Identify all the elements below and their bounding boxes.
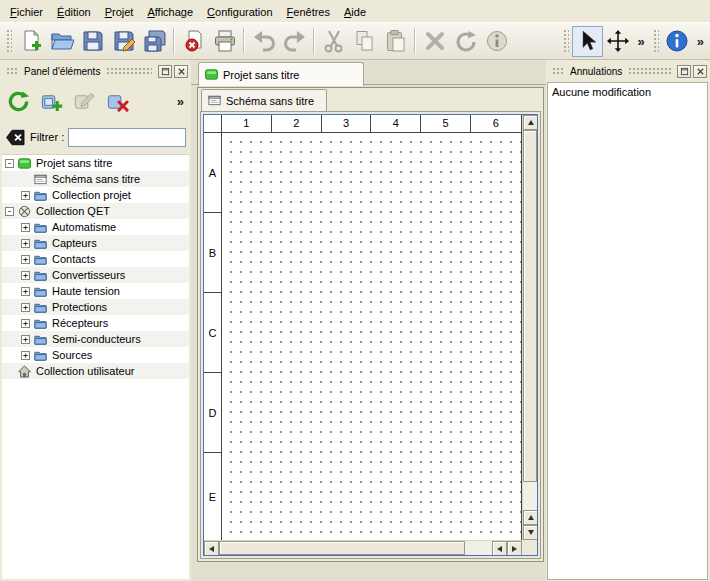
tree-item-collection-utilisateur[interactable]: Collection utilisateur <box>2 363 189 379</box>
float-dock-button[interactable] <box>677 65 691 78</box>
tree-item-semi-conducteurs[interactable]: + Semi-conducteurs <box>2 331 189 347</box>
save-button[interactable] <box>77 26 108 57</box>
ruler-column-label: 5 <box>421 115 471 133</box>
panel-toolbar-overflow-icon[interactable]: » <box>173 94 188 109</box>
tree-item-label: Capteurs <box>52 237 97 249</box>
toolbar-drag-handle[interactable] <box>562 28 569 54</box>
redo-button[interactable] <box>279 26 310 57</box>
open-file-button[interactable] <box>46 26 77 57</box>
undo-button[interactable] <box>248 26 279 57</box>
toolbar-overflow-icon[interactable]: » <box>693 34 708 49</box>
tree-item-haute-tension[interactable]: + Haute tension <box>2 283 189 299</box>
menubar: Fichier Édition Projet Affichage Configu… <box>0 0 710 22</box>
pan-mode-button[interactable] <box>603 26 634 57</box>
expander-icon[interactable]: + <box>21 223 30 232</box>
menu-aide[interactable]: Aide <box>337 2 373 21</box>
scroll-up-button[interactable] <box>523 115 538 130</box>
schema-view[interactable]: 1 2 3 4 5 6 A B C D <box>203 114 538 556</box>
tree-item-project[interactable]: - Projet sans titre <box>2 155 189 171</box>
menu-projet[interactable]: Projet <box>98 2 141 21</box>
tree-item-schema[interactable]: Schéma sans titre <box>2 171 189 187</box>
close-file-button[interactable] <box>178 26 209 57</box>
clear-filter-button[interactable] <box>4 128 26 146</box>
menu-fenetres[interactable]: Fenêtres <box>280 2 337 21</box>
scroll-up-button[interactable] <box>523 510 538 525</box>
menu-configuration[interactable]: Configuration <box>200 2 279 21</box>
expander-icon[interactable]: + <box>21 303 30 312</box>
filter-row: Filtrer : <box>4 126 186 148</box>
delete-element-icon <box>106 90 129 113</box>
undo-dock-titlebar[interactable]: Annulations <box>548 64 707 79</box>
tree-item-convertisseurs[interactable]: + Convertisseurs <box>2 267 189 283</box>
scroll-right-button[interactable] <box>507 541 522 556</box>
toolbar-separator <box>243 28 245 54</box>
selection-mode-button[interactable] <box>572 26 603 57</box>
tree-item-capteurs[interactable]: + Capteurs <box>2 235 189 251</box>
tree-item-contacts[interactable]: + Contacts <box>2 251 189 267</box>
about-button[interactable] <box>662 26 693 57</box>
expander-icon[interactable]: + <box>21 239 30 248</box>
delete-element-button[interactable] <box>102 86 132 116</box>
reload-collections-button[interactable] <box>3 86 33 116</box>
undo-list[interactable]: Aucune modification <box>547 82 708 580</box>
folder-icon <box>34 317 48 330</box>
cut-button[interactable] <box>318 26 349 57</box>
rotate-button[interactable] <box>450 26 481 57</box>
expander-icon[interactable]: - <box>5 159 14 168</box>
vertical-scroll-thumb[interactable] <box>523 130 537 482</box>
tree-item-collection-qet[interactable]: - Collection QET <box>2 203 189 219</box>
expander-icon[interactable]: + <box>21 271 30 280</box>
scroll-down-button[interactable] <box>523 525 538 540</box>
new-element-button[interactable] <box>36 86 66 116</box>
save-all-button[interactable] <box>139 26 170 57</box>
delete-button[interactable] <box>419 26 450 57</box>
new-file-button[interactable] <box>15 26 46 57</box>
save-as-button[interactable] <box>108 26 139 57</box>
schema-grid[interactable] <box>222 133 521 540</box>
about-info-icon <box>665 29 689 53</box>
vertical-scrollbar[interactable] <box>522 115 537 540</box>
tree-item-recepteurs[interactable]: + Récepteurs <box>2 315 189 331</box>
vertical-scroll-track[interactable] <box>523 130 537 510</box>
scroll-left-button[interactable] <box>204 541 219 556</box>
toolbar-drag-handle[interactable] <box>5 28 12 54</box>
tree-item-automatisme[interactable]: + Automatisme <box>2 219 189 235</box>
toolbar-drag-handle[interactable] <box>652 28 659 54</box>
horizontal-scroll-thumb[interactable] <box>219 541 465 555</box>
expander-icon[interactable]: + <box>21 287 30 296</box>
schema-tab-label: Schéma sans titre <box>226 95 314 107</box>
expander-icon[interactable]: + <box>21 351 30 360</box>
close-dock-button[interactable] <box>174 65 188 78</box>
scroll-left-button[interactable] <box>492 541 507 556</box>
menu-fichier[interactable]: Fichier <box>3 2 50 21</box>
conductor-info-button[interactable] <box>481 26 512 57</box>
qelectrotech-window: Fichier Édition Projet Affichage Configu… <box>0 0 710 581</box>
arrow-left-icon <box>497 546 502 552</box>
tab-projet-sans-titre[interactable]: Projet sans titre <box>198 62 364 86</box>
expander-icon[interactable]: + <box>21 335 30 344</box>
horizontal-scrollbar[interactable] <box>204 540 522 555</box>
copy-button[interactable] <box>349 26 380 57</box>
expander-icon[interactable]: - <box>5 207 14 216</box>
folder-icon <box>34 237 48 250</box>
ruler-column-label: 1 <box>222 115 272 133</box>
tab-schema-sans-titre[interactable]: Schéma sans titre <box>201 89 327 111</box>
menu-edition[interactable]: Édition <box>50 2 98 21</box>
expander-icon[interactable]: + <box>21 255 30 264</box>
tree-item-collection-projet[interactable]: + Collection projet <box>2 187 189 203</box>
filter-input[interactable] <box>68 128 186 147</box>
menu-affichage[interactable]: Affichage <box>140 2 200 21</box>
horizontal-scroll-track[interactable] <box>219 541 492 555</box>
close-dock-button[interactable] <box>693 65 707 78</box>
toolbar-overflow-icon[interactable]: » <box>634 34 649 49</box>
paste-button[interactable] <box>380 26 411 57</box>
float-dock-button[interactable] <box>158 65 172 78</box>
elements-panel-titlebar[interactable]: Panel d'éléments <box>2 64 188 79</box>
edit-element-button[interactable] <box>69 86 99 116</box>
folder-icon <box>34 253 48 266</box>
expander-icon[interactable]: + <box>21 319 30 328</box>
expander-icon[interactable]: + <box>21 191 30 200</box>
tree-item-protections[interactable]: + Protections <box>2 299 189 315</box>
print-button[interactable] <box>209 26 240 57</box>
tree-item-sources[interactable]: + Sources <box>2 347 189 363</box>
